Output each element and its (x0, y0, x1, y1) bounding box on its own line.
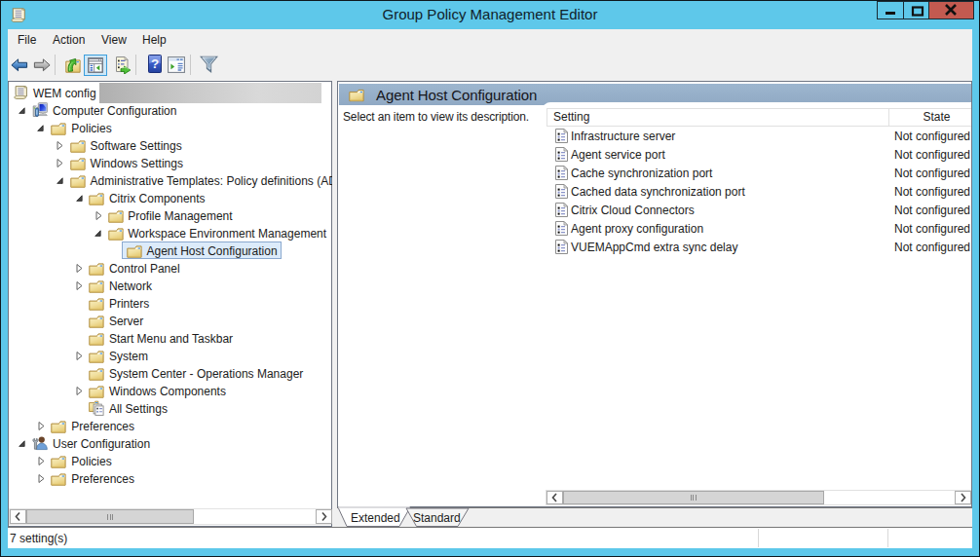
svg-text:Standard: Standard (413, 511, 461, 525)
svg-text:Extended: Extended (351, 511, 400, 525)
